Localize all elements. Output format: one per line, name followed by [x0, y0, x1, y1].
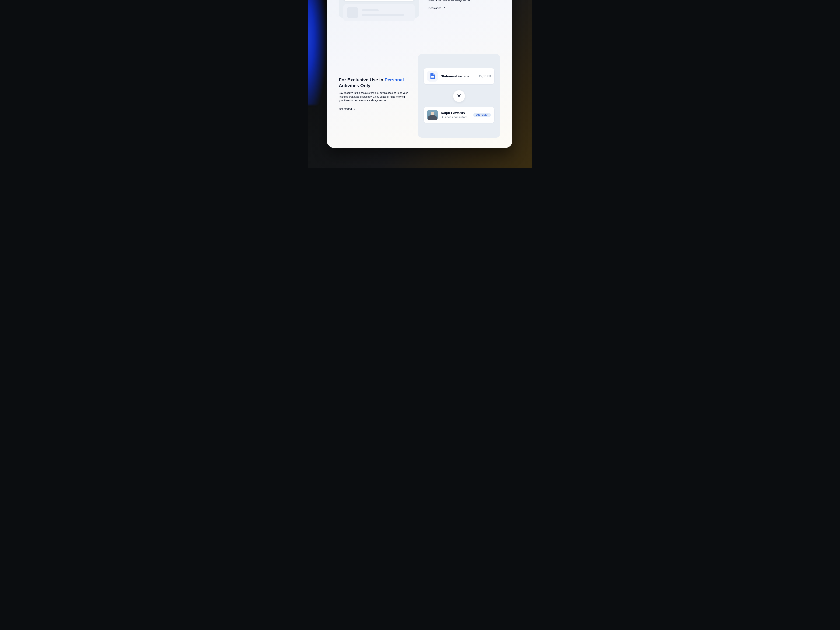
svg-rect-1 [431, 77, 434, 77]
get-started-label: Get started [339, 107, 352, 111]
heading-pre: For Exclusive Use in [339, 77, 385, 82]
svg-rect-0 [431, 76, 434, 77]
get-started-label: Get started [428, 6, 441, 9]
down-arrow-circle [453, 90, 465, 102]
top-right-body: financial documents are always secure. [428, 0, 502, 2]
avatar [427, 110, 438, 120]
file-title: Statement invoice [441, 74, 475, 78]
heading-accent: Personal [385, 77, 404, 82]
diagram-panel: Statement invoice 45,60 KB Ralph Edwards… [418, 54, 500, 138]
content-card: financial documents are always secure. G… [327, 0, 512, 148]
file-card: Statement invoice 45,60 KB [423, 68, 494, 85]
top-right-copy: financial documents are always secure. G… [428, 0, 502, 11]
skeleton-bars [362, 9, 411, 16]
get-started-link[interactable]: Get started [339, 107, 356, 112]
skeleton-panel [339, 0, 419, 18]
skeleton-title-bar [362, 9, 379, 11]
person-role: Business consultant [441, 115, 470, 119]
skeleton-thumb-icon [347, 7, 358, 18]
skeleton-row-inactive [343, 4, 415, 21]
feature-copy-left: For Exclusive Use in Personal Activities… [339, 77, 416, 112]
skeleton-subtitle-bar [362, 14, 404, 16]
heading-post: Activities Only [339, 83, 371, 88]
double-chevron-down-icon [457, 93, 461, 99]
customer-badge: CUSTOMER [474, 113, 491, 117]
chevron-right-icon [443, 6, 445, 9]
person-card: Ralph Edwards Business consultant CUSTOM… [423, 107, 494, 123]
doc-icon [427, 71, 438, 82]
skeleton-row-active [343, 0, 415, 1]
feature-heading: For Exclusive Use in Personal Activities… [339, 77, 416, 88]
person-name: Ralph Edwards [441, 111, 470, 115]
file-size: 45,60 KB [478, 74, 491, 78]
chevron-right-icon [354, 107, 356, 111]
get-started-link[interactable]: Get started [428, 6, 445, 11]
feature-body: Say goodbye to the hassle of manual down… [339, 91, 409, 103]
